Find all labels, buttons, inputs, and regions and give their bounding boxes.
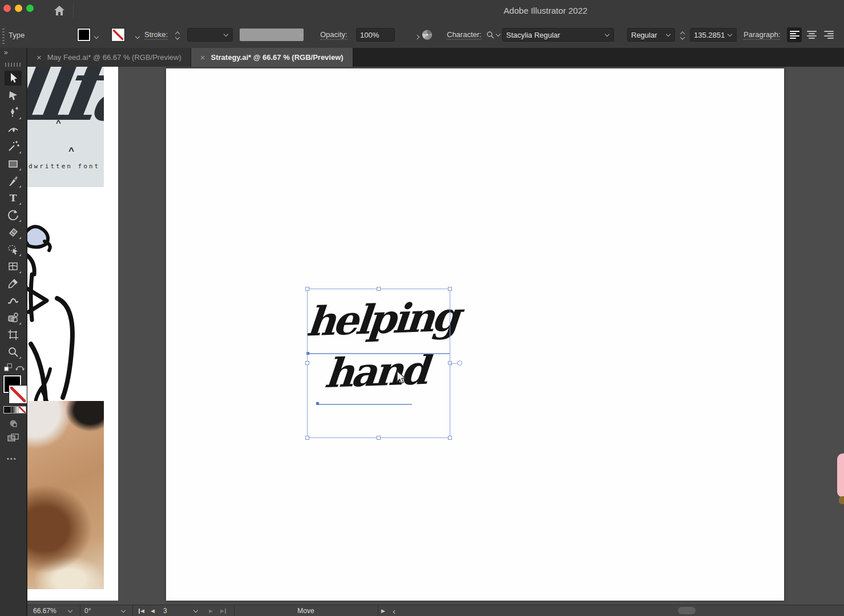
controlbar-grip[interactable] — [2, 29, 5, 44]
stroke-weight-stepper[interactable] — [175, 31, 180, 39]
eraser-tool-icon — [7, 226, 19, 238]
artboard-dropdown-icon[interactable] — [193, 608, 199, 616]
zoom-level-value[interactable]: 66.67% — [33, 605, 56, 616]
first-artboard-button[interactable]: ◀ — [139, 605, 144, 616]
stepper-down-icon[interactable] — [175, 35, 180, 39]
offcanvas-artwork-sliver[interactable] — [837, 453, 844, 497]
recolor-artwork-icon[interactable] — [421, 29, 433, 41]
line-art-figure[interactable] — [27, 220, 107, 403]
character-panel-link[interactable]: Character: — [447, 30, 482, 40]
opacity-input[interactable]: 100% — [356, 28, 395, 42]
handle-bottom-left[interactable] — [305, 436, 309, 440]
stroke-color-well[interactable] — [9, 386, 27, 403]
paintbrush-tool[interactable] — [5, 173, 22, 188]
draw-mode-icon[interactable] — [9, 419, 18, 428]
stroke-panel-link[interactable]: Stroke: — [144, 30, 168, 40]
rotation-dropdown-icon[interactable] — [120, 608, 126, 616]
mesh-tool[interactable] — [5, 259, 22, 274]
eyedropper-tool[interactable] — [5, 276, 22, 291]
close-tab-icon[interactable]: × — [200, 52, 205, 62]
horizontal-scrollbar-thumb[interactable] — [678, 607, 696, 614]
font-size-input[interactable]: 135.2851 — [690, 28, 737, 42]
tab-strategy[interactable]: × Strategy.ai* @ 66.67 % (RGB/Preview) — [191, 48, 353, 67]
zoom-level-dropdown-icon[interactable] — [67, 608, 73, 616]
zoom-tool[interactable] — [5, 345, 22, 359]
edit-toolbar-icon[interactable]: ••• — [7, 455, 17, 462]
align-center-icon — [807, 31, 817, 39]
direct-selection-tool[interactable] — [5, 88, 22, 103]
handle-bottom-right[interactable] — [448, 436, 452, 440]
stepper-up-icon[interactable] — [175, 31, 180, 35]
fill-color-dropdown-icon[interactable] — [94, 34, 99, 40]
opacity-panel-link[interactable]: Opacity: — [320, 30, 348, 40]
pen-tool[interactable] — [5, 105, 22, 120]
handle-top-left[interactable] — [305, 287, 309, 291]
screen-mode-icon[interactable] — [7, 433, 19, 442]
font-search[interactable] — [486, 31, 501, 39]
next-artboard-icon[interactable]: ▶ — [209, 605, 213, 616]
stroke-color-dropdown-icon[interactable] — [135, 34, 140, 40]
handle-top-center[interactable] — [377, 287, 381, 291]
opacity-expand-icon[interactable] — [415, 34, 421, 40]
font-family-dropdown[interactable]: Stacylia Regular — [502, 28, 614, 42]
side-handle-connector — [450, 363, 457, 364]
zoom-window-button[interactable] — [26, 5, 34, 12]
selection-tool[interactable] — [5, 71, 22, 86]
close-window-button[interactable] — [3, 5, 11, 12]
type-tool[interactable]: T — [5, 191, 22, 205]
paragraph-align-group — [787, 27, 836, 42]
caret-mark: ^ — [56, 118, 61, 128]
lasso-tool[interactable] — [5, 242, 22, 257]
brush-definition-dropdown[interactable] — [240, 29, 304, 41]
rotate-tool[interactable] — [5, 208, 22, 222]
font-size-stepper[interactable] — [680, 31, 685, 39]
handle-bottom-center[interactable] — [377, 436, 381, 440]
stroke-weight-dropdown[interactable] — [187, 28, 233, 42]
magic-wand-tool[interactable] — [5, 139, 22, 154]
shape-builder-tool[interactable] — [5, 310, 22, 325]
align-right-icon — [824, 31, 834, 39]
fill-color-swatch[interactable] — [78, 29, 90, 41]
none-mode-button[interactable] — [18, 406, 26, 414]
font-style-dropdown[interactable]: Regular — [627, 28, 675, 42]
stepper-up-icon[interactable] — [680, 31, 685, 35]
swap-fill-stroke-icon[interactable] — [15, 363, 25, 371]
hands-photo-artwork[interactable] — [27, 401, 104, 589]
tab-may-feed[interactable]: × May Feed.ai* @ 66.67 % (RGB/Preview) — [27, 48, 191, 67]
width-tool[interactable] — [5, 293, 22, 308]
side-rotate-handle[interactable] — [457, 360, 462, 366]
gradient-mode-button[interactable] — [11, 406, 19, 414]
paragraph-panel-link[interactable]: Paragraph: — [744, 30, 780, 40]
status-expand-icon[interactable]: ▶ — [381, 605, 385, 616]
minimize-window-button[interactable] — [15, 5, 22, 12]
home-icon[interactable] — [53, 4, 66, 18]
previous-artboard-icon[interactable]: ◀ — [151, 605, 155, 616]
artboard[interactable] — [166, 68, 784, 601]
stroke-color-swatch[interactable] — [112, 29, 124, 41]
last-artboard-button[interactable]: ▶ — [220, 605, 227, 616]
align-left-button[interactable] — [787, 27, 802, 42]
color-mode-button[interactable] — [3, 406, 11, 414]
chevron-down-icon — [223, 32, 229, 38]
font-size-value: 135.2851 — [694, 31, 725, 39]
selection-bounding-box[interactable] — [307, 289, 450, 438]
last-artboard-icon: ▶ — [220, 608, 224, 614]
artboard-number-value[interactable]: 3 — [163, 605, 167, 616]
eraser-tool[interactable] — [5, 225, 22, 240]
default-fill-stroke-icon[interactable] — [3, 363, 13, 372]
reference-card-artwork[interactable]: llfa ^ ^ dwritten font — [27, 67, 104, 187]
scroll-left-icon[interactable]: ‹ — [393, 605, 395, 616]
align-right-button[interactable] — [821, 27, 836, 42]
collapse-panel-icon[interactable]: » — [4, 48, 7, 56]
close-tab-icon[interactable]: × — [37, 52, 42, 62]
artboard-tool[interactable] — [5, 327, 22, 342]
curvature-tool[interactable] — [5, 122, 22, 137]
rotation-value[interactable]: 0° — [84, 605, 91, 616]
handle-top-right[interactable] — [448, 287, 452, 291]
width-tool-icon — [7, 294, 19, 307]
handle-middle-left[interactable] — [305, 361, 309, 365]
align-center-button[interactable] — [804, 27, 819, 42]
rectangle-tool[interactable] — [5, 156, 22, 171]
panel-grip[interactable] — [5, 63, 21, 67]
stepper-down-icon[interactable] — [680, 35, 685, 39]
